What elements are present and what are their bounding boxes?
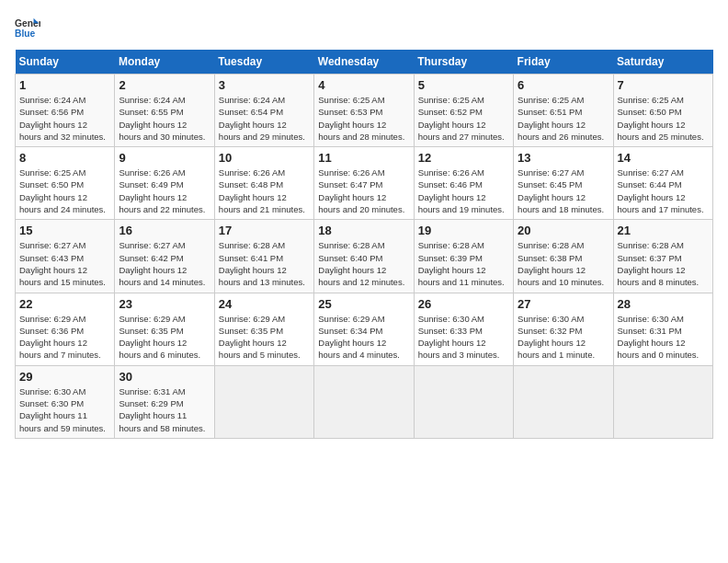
- week-row: 1Sunrise: 6:24 AMSunset: 6:56 PMDaylight…: [16, 75, 713, 147]
- calendar-table: SundayMondayTuesdayWednesdayThursdayFrid…: [15, 50, 713, 439]
- day-detail: Sunrise: 6:28 AMSunset: 6:41 PMDaylight …: [219, 239, 310, 288]
- day-number: 8: [19, 151, 110, 165]
- day-detail: Sunrise: 6:26 AMSunset: 6:46 PMDaylight …: [418, 167, 509, 215]
- day-detail: Sunrise: 6:25 AMSunset: 6:50 PMDaylight …: [618, 94, 709, 143]
- day-number: 6: [518, 78, 609, 92]
- day-number: 10: [219, 151, 310, 165]
- day-number: 21: [618, 224, 709, 237]
- day-number: 12: [418, 151, 509, 165]
- calendar-cell: 18Sunrise: 6:28 AMSunset: 6:40 PMDayligh…: [314, 220, 414, 293]
- day-number: 25: [318, 297, 409, 311]
- logo-icon: General Blue: [15, 15, 40, 40]
- day-detail: Sunrise: 6:24 AMSunset: 6:56 PMDaylight …: [19, 94, 110, 143]
- calendar-cell: [414, 365, 513, 438]
- day-detail: Sunrise: 6:29 AMSunset: 6:35 PMDaylight …: [119, 313, 210, 362]
- page-header: General Blue: [15, 15, 713, 40]
- svg-text:Blue: Blue: [15, 29, 36, 39]
- day-detail: Sunrise: 6:27 AMSunset: 6:42 PMDaylight …: [119, 239, 210, 288]
- day-detail: Sunrise: 6:30 AMSunset: 6:33 PMDaylight …: [418, 313, 509, 362]
- day-detail: Sunrise: 6:25 AMSunset: 6:53 PMDaylight …: [318, 94, 409, 143]
- day-number: 26: [418, 297, 509, 311]
- day-number: 11: [318, 151, 409, 165]
- calendar-cell: 1Sunrise: 6:24 AMSunset: 6:56 PMDaylight…: [16, 75, 115, 147]
- header-cell-saturday: Saturday: [613, 50, 712, 75]
- day-number: 23: [119, 297, 210, 311]
- day-number: 1: [19, 78, 110, 92]
- calendar-cell: 12Sunrise: 6:26 AMSunset: 6:46 PMDayligh…: [414, 147, 513, 220]
- day-number: 17: [219, 224, 310, 237]
- svg-text:General: General: [15, 18, 40, 29]
- day-detail: Sunrise: 6:29 AMSunset: 6:36 PMDaylight …: [19, 313, 110, 362]
- header-cell-tuesday: Tuesday: [214, 50, 313, 75]
- calendar-cell: 2Sunrise: 6:24 AMSunset: 6:55 PMDaylight…: [115, 75, 214, 147]
- calendar-cell: 20Sunrise: 6:28 AMSunset: 6:38 PMDayligh…: [514, 220, 613, 293]
- day-number: 24: [219, 297, 310, 311]
- calendar-cell: 8Sunrise: 6:25 AMSunset: 6:50 PMDaylight…: [16, 147, 115, 220]
- calendar-cell: [214, 365, 313, 438]
- day-number: 22: [19, 297, 110, 311]
- calendar-cell: 23Sunrise: 6:29 AMSunset: 6:35 PMDayligh…: [115, 293, 214, 365]
- day-detail: Sunrise: 6:24 AMSunset: 6:54 PMDaylight …: [219, 94, 310, 143]
- calendar-cell: [613, 365, 712, 438]
- calendar-cell: 22Sunrise: 6:29 AMSunset: 6:36 PMDayligh…: [16, 293, 115, 365]
- calendar-cell: 6Sunrise: 6:25 AMSunset: 6:51 PMDaylight…: [514, 75, 613, 147]
- week-row: 29Sunrise: 6:30 AMSunset: 6:30 PMDayligh…: [16, 365, 713, 438]
- calendar-cell: 24Sunrise: 6:29 AMSunset: 6:35 PMDayligh…: [214, 293, 313, 365]
- day-detail: Sunrise: 6:25 AMSunset: 6:51 PMDaylight …: [518, 94, 609, 143]
- day-detail: Sunrise: 6:29 AMSunset: 6:34 PMDaylight …: [318, 313, 409, 362]
- calendar-cell: 14Sunrise: 6:27 AMSunset: 6:44 PMDayligh…: [613, 147, 712, 220]
- day-detail: Sunrise: 6:28 AMSunset: 6:40 PMDaylight …: [318, 239, 409, 288]
- day-detail: Sunrise: 6:27 AMSunset: 6:43 PMDaylight …: [19, 239, 110, 288]
- day-detail: Sunrise: 6:24 AMSunset: 6:55 PMDaylight …: [119, 94, 210, 143]
- day-detail: Sunrise: 6:28 AMSunset: 6:37 PMDaylight …: [618, 239, 709, 288]
- day-number: 3: [219, 78, 310, 92]
- calendar-cell: 15Sunrise: 6:27 AMSunset: 6:43 PMDayligh…: [16, 220, 115, 293]
- calendar-cell: 21Sunrise: 6:28 AMSunset: 6:37 PMDayligh…: [613, 220, 712, 293]
- day-detail: Sunrise: 6:26 AMSunset: 6:47 PMDaylight …: [318, 167, 409, 215]
- calendar-cell: 10Sunrise: 6:26 AMSunset: 6:48 PMDayligh…: [214, 147, 313, 220]
- day-number: 16: [119, 224, 210, 237]
- day-number: 30: [119, 370, 210, 384]
- day-detail: Sunrise: 6:28 AMSunset: 6:38 PMDaylight …: [518, 239, 609, 288]
- day-number: 14: [618, 151, 709, 165]
- calendar-cell: 5Sunrise: 6:25 AMSunset: 6:52 PMDaylight…: [414, 75, 513, 147]
- calendar-cell: 3Sunrise: 6:24 AMSunset: 6:54 PMDaylight…: [214, 75, 313, 147]
- day-detail: Sunrise: 6:27 AMSunset: 6:45 PMDaylight …: [518, 167, 609, 215]
- day-detail: Sunrise: 6:28 AMSunset: 6:39 PMDaylight …: [418, 239, 509, 288]
- day-number: 19: [418, 224, 509, 237]
- day-detail: Sunrise: 6:30 AMSunset: 6:31 PMDaylight …: [618, 313, 709, 362]
- day-detail: Sunrise: 6:25 AMSunset: 6:50 PMDaylight …: [19, 167, 110, 215]
- day-number: 15: [19, 224, 110, 237]
- header-row: SundayMondayTuesdayWednesdayThursdayFrid…: [16, 50, 713, 75]
- calendar-cell: 29Sunrise: 6:30 AMSunset: 6:30 PMDayligh…: [16, 365, 115, 438]
- day-detail: Sunrise: 6:27 AMSunset: 6:44 PMDaylight …: [618, 167, 709, 215]
- calendar-cell: 9Sunrise: 6:26 AMSunset: 6:49 PMDaylight…: [115, 147, 214, 220]
- day-number: 7: [618, 78, 709, 92]
- calendar-cell: 25Sunrise: 6:29 AMSunset: 6:34 PMDayligh…: [314, 293, 414, 365]
- header-cell-friday: Friday: [514, 50, 613, 75]
- day-detail: Sunrise: 6:31 AMSunset: 6:29 PMDaylight …: [119, 385, 210, 434]
- header-cell-wednesday: Wednesday: [314, 50, 414, 75]
- calendar-cell: 30Sunrise: 6:31 AMSunset: 6:29 PMDayligh…: [115, 365, 214, 438]
- calendar-cell: 4Sunrise: 6:25 AMSunset: 6:53 PMDaylight…: [314, 75, 414, 147]
- header-cell-thursday: Thursday: [414, 50, 513, 75]
- day-number: 5: [418, 78, 509, 92]
- calendar-cell: 7Sunrise: 6:25 AMSunset: 6:50 PMDaylight…: [613, 75, 712, 147]
- day-detail: Sunrise: 6:30 AMSunset: 6:30 PMDaylight …: [19, 385, 110, 434]
- calendar-cell: 11Sunrise: 6:26 AMSunset: 6:47 PMDayligh…: [314, 147, 414, 220]
- header-cell-monday: Monday: [115, 50, 214, 75]
- day-detail: Sunrise: 6:26 AMSunset: 6:49 PMDaylight …: [119, 167, 210, 215]
- week-row: 22Sunrise: 6:29 AMSunset: 6:36 PMDayligh…: [16, 293, 713, 365]
- day-detail: Sunrise: 6:25 AMSunset: 6:52 PMDaylight …: [418, 94, 509, 143]
- calendar-cell: 26Sunrise: 6:30 AMSunset: 6:33 PMDayligh…: [414, 293, 513, 365]
- calendar-cell: [314, 365, 414, 438]
- calendar-cell: 16Sunrise: 6:27 AMSunset: 6:42 PMDayligh…: [115, 220, 214, 293]
- day-number: 4: [318, 78, 409, 92]
- day-number: 28: [618, 297, 709, 311]
- day-number: 29: [19, 370, 110, 384]
- calendar-cell: 27Sunrise: 6:30 AMSunset: 6:32 PMDayligh…: [514, 293, 613, 365]
- day-number: 18: [318, 224, 409, 237]
- day-number: 20: [518, 224, 609, 237]
- week-row: 15Sunrise: 6:27 AMSunset: 6:43 PMDayligh…: [16, 220, 713, 293]
- day-number: 13: [518, 151, 609, 165]
